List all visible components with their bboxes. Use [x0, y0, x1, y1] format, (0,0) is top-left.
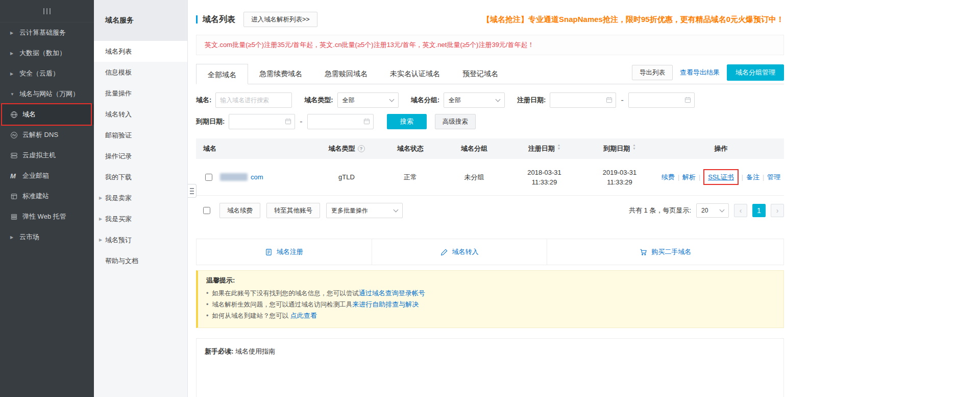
beginner-guide-title[interactable]: 域名使用指南 — [235, 347, 275, 355]
primary-sidebar: ▶ 云计算基础服务 ▶ 大数据（数加） ▶ 安全（云盾） ▼ 域名与网站（万网）… — [0, 0, 94, 397]
expire-date-label: 到期日期: — [196, 117, 225, 126]
page-1-button[interactable]: 1 — [752, 204, 766, 217]
domain-group-value: 未分组 — [441, 173, 507, 182]
remark-link[interactable]: 备注 — [746, 173, 760, 181]
globe-icon — [10, 111, 22, 119]
table-row: com gTLD 正常 未分组 2018-03-31 11:33:29 2019… — [196, 159, 784, 196]
domain-group-manage-button[interactable]: 域名分组管理 — [727, 64, 784, 81]
subnav-collapse-handle[interactable] — [188, 184, 197, 198]
sidebar-item-big-data[interactable]: ▶ 大数据（数加） — [0, 43, 94, 63]
sidebar-item-site-builder[interactable]: 标准建站 — [0, 186, 94, 206]
title-accent-bar — [196, 15, 198, 24]
main-content: 域名列表 进入域名解析列表>> 【域名抢注】专业通道SnapNames抢注，限时… — [188, 0, 980, 397]
sidebar-item-cloud-computing[interactable]: ▶ 云计算基础服务 — [0, 22, 94, 43]
row-checkbox[interactable] — [205, 174, 212, 181]
resolve-link[interactable]: 解析 — [682, 173, 696, 181]
subnav-item-batch-operations[interactable]: 批量操作 — [94, 83, 187, 104]
sidebar-item-domains-websites[interactable]: ▼ 域名与网站（万网） — [0, 84, 94, 104]
domain-table: 域名 域名类型 ? 域名状态 域名分组 注册日期 ▲▼ — [196, 138, 784, 196]
beginner-guide-panel: 新手必读: 域名使用指南 — [196, 338, 784, 397]
ssl-cert-link[interactable]: SSL证书 — [708, 173, 734, 181]
chevron-down-icon — [496, 97, 501, 102]
domain-search-input[interactable] — [215, 92, 292, 108]
manage-link[interactable]: 管理 — [767, 173, 780, 181]
subnav-item-seller[interactable]: ▶ 我是卖家 — [94, 188, 187, 208]
calendar-icon — [684, 97, 691, 103]
tab-all-domains[interactable]: 全部域名 — [196, 64, 248, 84]
domain-type-label: 域名类型: — [304, 96, 333, 105]
calendar-icon — [606, 97, 612, 103]
col-type: 域名类型 ? — [313, 144, 380, 153]
sidebar-item-enterprise-mail[interactable]: M 企业邮箱 — [0, 166, 94, 186]
subnav-item-domain-list[interactable]: 域名列表 — [94, 41, 187, 62]
search-button[interactable]: 搜索 — [387, 114, 427, 129]
sidebar-item-web-hosting[interactable]: 云虚拟主机 — [0, 145, 94, 166]
select-all-checkbox[interactable] — [203, 207, 210, 214]
chevron-down-icon — [389, 97, 394, 102]
more-batch-operations-select[interactable]: 更多批量操作 — [326, 203, 403, 218]
subnav-item-mailbox-verification[interactable]: 邮箱验证 — [94, 125, 187, 146]
domain-link[interactable]: com — [251, 173, 263, 181]
subnav-item-operation-records[interactable]: 操作记录 — [94, 146, 187, 167]
domain-register-link[interactable]: 域名注册 — [197, 239, 372, 265]
notice-line: 如何从域名到建站？您可以 点此查看 — [206, 310, 775, 321]
tab-unverified[interactable]: 未实名认证域名 — [379, 63, 451, 84]
subnav-item-domain-transfer-in[interactable]: 域名转入 — [94, 104, 187, 125]
domain-type-select[interactable]: 全部 — [337, 92, 399, 108]
tab-renewal-needed[interactable]: 急需续费域名 — [248, 63, 313, 84]
batch-renew-button[interactable]: 域名续费 — [219, 203, 260, 218]
server-icon — [10, 152, 22, 159]
sidebar-item-elastic-web-hosting[interactable]: 弹性 Web 托管 — [0, 206, 94, 227]
sort-icon[interactable]: ▲▼ — [557, 145, 560, 152]
advanced-search-button[interactable]: 高级搜索 — [435, 114, 476, 129]
domain-transfer-in-link[interactable]: 域名转入 — [372, 239, 547, 265]
domain-group-select[interactable]: 全部 — [444, 92, 505, 108]
date-range-separator: - — [300, 117, 302, 126]
renew-link[interactable]: 续费 — [662, 173, 675, 181]
chevron-right-icon: ▶ — [10, 72, 19, 76]
view-export-results-link[interactable]: 查看导出结果 — [680, 68, 720, 77]
quick-links-row: 域名注册 域名转入 购买二手域名 — [196, 239, 784, 265]
export-list-button[interactable]: 导出列表 — [632, 65, 673, 80]
help-icon[interactable]: ? — [358, 145, 365, 152]
col-status: 域名状态 — [380, 144, 441, 153]
redacted-domain-blur — [220, 173, 248, 181]
login-by-domain-link[interactable]: 通过域名查询登录帐号 — [359, 289, 425, 297]
domain-filter-label: 域名: — [196, 96, 211, 105]
reg-date-end-input[interactable] — [628, 92, 695, 108]
sidebar-item-cloud-market[interactable]: ▶ 云市场 — [0, 227, 94, 247]
tab-redemption-needed[interactable]: 急需赎回域名 — [313, 63, 379, 84]
registration-promo-bar: 英文.com批量(≥5个)注册35元/首年起，英文.cn批量(≥5个)注册13元… — [196, 35, 784, 55]
next-page-button[interactable]: › — [771, 204, 784, 217]
reg-date-start-input[interactable] — [550, 92, 616, 108]
expire-date-start-input[interactable] — [229, 114, 295, 129]
tabs-row: 全部域名 急需续费域名 急需赎回域名 未实名认证域名 预登记域名 导出列表 查看… — [196, 63, 784, 84]
subnav-item-buyer[interactable]: ▶ 我是买家 — [94, 208, 187, 229]
site-icon — [10, 193, 22, 200]
self-check-tool-link[interactable]: 来进行自助排查与解决 — [352, 300, 419, 308]
reg-time-value: 11:33:29 — [507, 177, 581, 187]
sidebar-collapse-button[interactable] — [0, 0, 94, 22]
domain-grab-promo-text: 【域名抢注】专业通道SnapNames抢注，限时95折优惠，更有精品域名0元火爆… — [482, 15, 784, 25]
sidebar-item-domain[interactable]: 域名 — [0, 104, 94, 125]
subnav-item-domain-prebooking[interactable]: ▶ 域名预订 — [94, 229, 187, 250]
expire-date-end-input[interactable] — [307, 114, 374, 129]
chevron-right-icon: ▶ — [10, 235, 19, 240]
buy-secondhand-domain-link[interactable]: 购买二手域名 — [547, 239, 783, 265]
batch-transfer-button[interactable]: 转至其他账号 — [266, 203, 320, 218]
subnav-item-my-downloads[interactable]: 我的下载 — [94, 167, 187, 188]
tab-preregistered[interactable]: 预登记域名 — [451, 63, 509, 84]
beginner-guide-prefix: 新手必读: — [205, 347, 233, 355]
subnav-item-info-template[interactable]: 信息模板 — [94, 62, 187, 83]
tips-notice-box: 温馨提示: 如果在此账号下没有找到您的域名信息，您可以尝试通过域名查询登录帐号 … — [196, 270, 784, 328]
enter-dns-list-button[interactable]: 进入域名解析列表>> — [243, 12, 317, 27]
subnav-item-help-docs[interactable]: 帮助与文档 — [94, 250, 187, 271]
view-guide-link[interactable]: 点此查看 — [290, 312, 317, 319]
sort-icon[interactable]: ▲▼ — [632, 145, 635, 152]
page-size-select[interactable]: 20 — [696, 203, 729, 218]
sidebar-item-dns[interactable]: 云解析 DNS — [0, 125, 94, 145]
prev-page-button[interactable]: ‹ — [734, 204, 747, 217]
filter-area: 域名: 域名类型: 全部 域名分组: 全部 — [196, 92, 784, 129]
table-header: 域名 域名类型 ? 域名状态 域名分组 注册日期 ▲▼ — [196, 138, 784, 159]
sidebar-item-security[interactable]: ▶ 安全（云盾） — [0, 63, 94, 84]
